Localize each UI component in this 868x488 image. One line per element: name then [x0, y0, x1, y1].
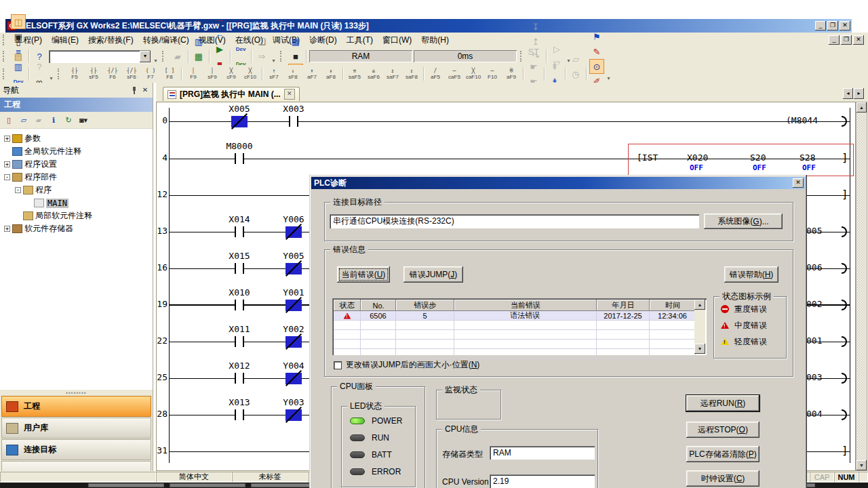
error-help-button[interactable]: 错误帮助(H): [724, 266, 778, 283]
nav-stack-用户库[interactable]: 用户库: [1, 418, 151, 439]
ladder-symbol-F8-button[interactable]: [ ]F8: [161, 66, 178, 82]
coil-symbol[interactable]: [842, 373, 847, 384]
nav-filter-icon[interactable]: ◙▾: [77, 113, 90, 127]
menu-item-1[interactable]: 编辑(E): [47, 33, 83, 47]
open-contact-symbol[interactable]: [243, 409, 244, 420]
ladder-symbol-sF9-button[interactable]: │sF9: [203, 66, 221, 82]
table-scroll-up-icon[interactable]: ▲: [694, 300, 705, 310]
open-contact-symbol[interactable]: [243, 336, 244, 347]
nav-new-icon[interactable]: ▯: [2, 113, 16, 127]
tree-item-MAIN[interactable]: MAIN: [0, 197, 153, 209]
ladder-symbol-F7-button[interactable]: ( )F7: [142, 66, 159, 82]
mdi-minimize-button[interactable]: _: [829, 35, 840, 45]
resize-after-jump-option[interactable]: 更改错误JUMP后的画面大小·位置(N): [334, 359, 479, 371]
tab-scroll-right-icon[interactable]: ▸: [854, 88, 864, 99]
statement-list-icon[interactable]: ≡: [11, 44, 26, 59]
overflow-chevron-icon[interactable]: ▾: [605, 66, 612, 81]
device-comment-icon[interactable]: ▥: [191, 34, 206, 49]
scroll-up-icon[interactable]: ▲: [856, 102, 867, 113]
navigation-toggle-icon[interactable]: ◫: [11, 14, 26, 29]
nav-copy-icon[interactable]: ▱: [17, 113, 31, 127]
ladder-symbol-saF8-button[interactable]: ↧saF8: [403, 66, 420, 82]
ladder-symbol-aF5-button[interactable]: /aF5: [427, 66, 444, 82]
mdi-close-button[interactable]: ✕: [853, 35, 864, 45]
menu-item-7[interactable]: 诊断(D): [304, 33, 342, 47]
tree-item-程序[interactable]: -程序: [0, 184, 153, 197]
open-contact-symbol[interactable]: [243, 373, 244, 384]
memory-type-field[interactable]: RAM: [490, 446, 595, 460]
ladder-symbol-saF7-button[interactable]: ↥saF7: [384, 66, 401, 82]
tree-item-软元件存储器[interactable]: +软元件存储器: [0, 222, 153, 235]
ladder-symbol-F5-button[interactable]: ┤├F5: [66, 66, 83, 82]
toolbar-grip[interactable]: [280, 51, 285, 62]
ladder-symbol-aF9-button[interactable]: ※aF9: [502, 66, 520, 82]
tree-item-程序部件[interactable]: -程序部件: [0, 171, 153, 184]
panel-splitter[interactable]: ▪▪▪▪▪▪▪▪: [0, 390, 153, 395]
cpu-version-field[interactable]: 2.19: [490, 474, 595, 488]
write-mode-icon[interactable]: ■: [288, 49, 303, 64]
ladder-symbol-saF5-button[interactable]: ⇈saF5: [346, 66, 363, 82]
error-table-header[interactable]: No.: [361, 300, 396, 311]
ladder-symbol-aF8-button[interactable]: ↡aF8: [322, 66, 340, 82]
tab-main-program[interactable]: [PRG]监视 执行中 MAIN (... ✕: [163, 87, 300, 101]
vertical-scrollbar[interactable]: ▲ ▼: [856, 102, 867, 471]
coil-symbol[interactable]: [842, 336, 847, 347]
table-scroll-down-icon[interactable]: ▼: [694, 344, 705, 354]
write-to-plc-icon[interactable]: →: [212, 12, 227, 26]
dialog-action-button-2[interactable]: PLC存储器清除(P): [686, 446, 760, 462]
menu-item-10[interactable]: 帮助(H): [416, 33, 454, 47]
open-contact-symbol[interactable]: [235, 263, 236, 274]
system-image-button[interactable]: 系统图像(G)...: [704, 214, 783, 229]
dialog-titlebar[interactable]: PLC诊断: [311, 177, 805, 189]
open-contact-symbol[interactable]: [243, 300, 244, 310]
ladder-symbol-cF9-button[interactable]: ╳cF9: [222, 66, 240, 82]
nav-stack-工程[interactable]: 工程: [1, 396, 151, 417]
toolbar-grip[interactable]: [3, 51, 7, 62]
mdi-restore-button[interactable]: ❐: [841, 35, 852, 45]
error-table-header[interactable]: 当前错误: [454, 300, 597, 311]
open-contact-symbol[interactable]: [235, 336, 236, 347]
ladder-symbol-F10-button[interactable]: ─F10: [484, 66, 501, 82]
combo-drop-icon[interactable]: ▾: [140, 51, 151, 62]
error-table[interactable]: 状态No.错误步当前错误年月日时间65065语法错误2017-12-2512:3…: [332, 298, 707, 355]
tree-expander-icon[interactable]: -: [4, 174, 10, 180]
open-contact-symbol[interactable]: [289, 116, 290, 127]
ladder-symbol-F9-button[interactable]: │F9: [184, 66, 202, 82]
overflow-chevron-icon[interactable]: ▾: [152, 49, 159, 64]
read-from-plc-icon[interactable]: ←: [212, 26, 227, 41]
dialog-action-button-1[interactable]: 远程STOP(O): [686, 422, 760, 438]
menu-item-2[interactable]: 搜索/替换(F): [83, 33, 138, 47]
error-jump-button[interactable]: 错误JUMP(J): [403, 266, 463, 283]
program-check-icon[interactable]: ✎: [589, 44, 604, 59]
pin-icon[interactable]: [131, 86, 138, 94]
param-check-icon[interactable]: ⚑: [589, 29, 604, 44]
error-table-header[interactable]: 错误步: [396, 300, 454, 311]
ladder-symbol-sF7-button[interactable]: ↑sF7: [265, 66, 283, 82]
open-contact-symbol[interactable]: [235, 300, 236, 310]
coil-symbol[interactable]: [842, 226, 847, 237]
ladder-symbol-sF5-button[interactable]: ┤├sF5: [85, 66, 102, 82]
coil-symbol[interactable]: [842, 409, 847, 420]
ladder-symbol-aF7-button[interactable]: ↟aF7: [303, 66, 321, 82]
menu-item-9[interactable]: 窗口(W): [378, 33, 416, 47]
open-contact-symbol[interactable]: [243, 153, 244, 164]
monitor-mode-icon[interactable]: ⊙: [589, 59, 604, 74]
monitor-start-icon[interactable]: ▶: [212, 41, 227, 56]
nav-refresh-icon[interactable]: ↻: [62, 113, 75, 127]
connection-path-field[interactable]: 串行通信CPU模块连接(RS-232C): [330, 214, 699, 228]
scroll-down-icon[interactable]: ▼: [856, 460, 867, 470]
minimize-button[interactable]: _: [815, 21, 826, 30]
ladder-symbol-saF6-button[interactable]: ⇊saF6: [365, 66, 382, 82]
device-batch-icon[interactable]: ▦: [191, 49, 206, 64]
window-titlebar[interactable]: G MELSOFT系列 GX Works2 E:\MELSEC\机器手臂.gxw…: [5, 19, 852, 33]
tree-expander-icon[interactable]: +: [4, 136, 10, 142]
ladder-symbol-caF10-button[interactable]: ╳caF10: [465, 66, 482, 82]
open-contact-symbol[interactable]: [235, 153, 236, 164]
ladder-symbol-sF8-button[interactable]: ↓sF8: [284, 66, 302, 82]
coil-symbol[interactable]: [842, 263, 847, 274]
tree-item-程序设置[interactable]: +程序设置: [0, 158, 153, 171]
close-button[interactable]: ✕: [840, 21, 850, 30]
tab-scroll-left-icon[interactable]: ◂: [843, 88, 853, 99]
error-table-header[interactable]: 年月日: [597, 300, 650, 311]
open-contact-symbol[interactable]: [235, 226, 236, 237]
